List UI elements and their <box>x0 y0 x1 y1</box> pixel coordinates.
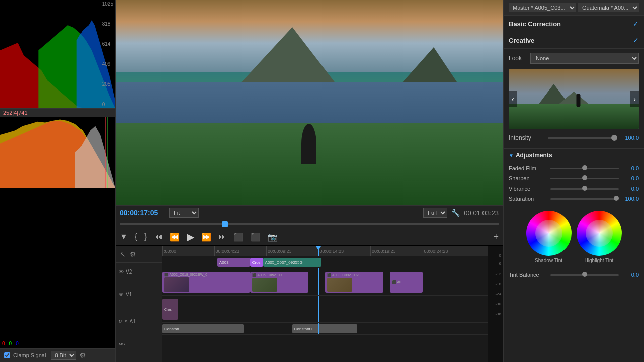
vibrance-row: Vibrance 0.0 <box>509 186 639 192</box>
tl-clip-a0-last[interactable]: ⬛ A0 <box>390 272 423 293</box>
intensity-value: 100.0 <box>621 135 639 141</box>
progress-bar[interactable] <box>116 220 503 228</box>
tl-clip-a003-v1[interactable]: ⬛ A003_C092_0923 <box>325 272 383 293</box>
intensity-thumb[interactable] <box>611 135 617 141</box>
clamp-checkbox[interactable] <box>4 352 10 358</box>
shadow-tint-container: Shadow Tint <box>526 211 572 263</box>
progress-thumb[interactable] <box>222 221 228 227</box>
scope-label-614: 614 <box>102 41 113 47</box>
tl-clip-a002[interactable]: ⬛ A002_C018_0922BW_0 <box>162 272 250 293</box>
track-a1-s[interactable]: S <box>125 319 128 324</box>
look-select[interactable]: None <box>530 53 639 64</box>
go-to-out-button[interactable]: ⏭ <box>218 232 226 241</box>
meter-18: -18 <box>495 282 501 286</box>
ruler-playhead <box>318 246 319 256</box>
play-button[interactable]: ▶ <box>187 231 194 243</box>
ruler-mark-1: 00:00:04:23 <box>214 246 240 256</box>
settings-icon[interactable]: 🔧 <box>451 209 460 217</box>
intensity-slider[interactable] <box>548 137 617 139</box>
ruler-mark-5: 00:00:24:23 <box>423 246 448 256</box>
tl-clip-a005-v1[interactable]: ⬛ A005_C052_09 <box>250 272 308 293</box>
tl-clip-a005[interactable]: A005_C037_09255G <box>263 258 321 267</box>
track-const-label: MS <box>119 342 125 346</box>
tint-balance-thumb[interactable] <box>582 272 587 277</box>
bit-select[interactable]: 8 Bit <box>51 351 76 360</box>
const-clip-1[interactable]: Constan <box>162 324 244 333</box>
scope-label-818: 818 <box>102 21 113 27</box>
faded-film-thumb[interactable] <box>582 165 587 170</box>
svg-rect-12 <box>576 94 580 107</box>
highlight-tint-wheel[interactable] <box>577 211 622 256</box>
look-prev-button[interactable]: ‹ <box>509 91 517 107</box>
step-back-button[interactable]: ⏪ <box>170 232 180 242</box>
scope-wrench-icon[interactable]: ⚙ <box>79 351 86 359</box>
lumetri-header: Master * A005_C03... Guatemala * A00... <box>504 0 644 16</box>
sharpen-thumb[interactable] <box>582 175 587 180</box>
saturation-value: 100.0 <box>623 196 639 202</box>
v2-track: A003 Cros A005_C037_09255G <box>162 256 488 268</box>
tl-clip-cross[interactable]: Cros <box>250 258 263 267</box>
tl-clip-a003[interactable]: A003 <box>217 258 250 267</box>
vibrance-thumb[interactable] <box>582 186 587 191</box>
timeline-tool-wrench[interactable]: ⚙ <box>130 250 136 258</box>
insert-button[interactable]: ⬛ <box>233 232 244 242</box>
add-button[interactable]: + <box>493 232 499 242</box>
track-v2-eye[interactable]: 👁 <box>119 269 124 275</box>
look-preview-image <box>509 69 639 129</box>
track-a1-m[interactable]: M <box>119 319 123 324</box>
mark-in-button[interactable]: ▼ <box>120 232 128 241</box>
end-timecode: 00:01:03:23 <box>464 209 499 217</box>
fit-select[interactable]: Fit 25% 50% 100% <box>169 208 199 218</box>
mark-in-set-button[interactable]: { <box>135 232 137 241</box>
sharpen-value: 0.0 <box>623 175 639 182</box>
const-clip-2[interactable]: Constant F <box>292 324 357 333</box>
tint-balance-value: 0.0 <box>623 272 639 278</box>
scope-label-0: 0 <box>102 102 113 107</box>
scope-rgb-values: 252|4|741 <box>3 110 28 116</box>
adjustments-header[interactable]: ▼ Adjustments <box>509 149 639 162</box>
timeline-tool-arrow[interactable]: ↖ <box>120 250 126 258</box>
saturation-row: Saturation 100.0 <box>509 196 639 202</box>
ruler-mark-0: :00:00 <box>162 246 176 256</box>
go-to-in-button[interactable]: ⏮ <box>154 232 163 241</box>
scope-g-val: 0 <box>9 341 12 346</box>
intensity-row: Intensity 100.0 <box>509 134 639 141</box>
track-a1-label: A1 <box>130 319 136 324</box>
meter-30: -30 <box>495 302 501 306</box>
adjustments-title: Adjustments <box>516 152 552 159</box>
vibrance-slider[interactable] <box>550 188 619 190</box>
sharpen-slider[interactable] <box>550 178 619 179</box>
creative-section-header[interactable]: Creative ✓ <box>504 32 644 49</box>
creative-check: ✓ <box>633 36 639 44</box>
timeline-main: :00:00 00:00:04:23 00:00:09:23 00:00:14:… <box>162 246 488 362</box>
saturation-thumb[interactable] <box>614 196 619 201</box>
meter-0: 0 <box>499 253 501 258</box>
track-v1-eye[interactable]: 👁 <box>119 292 124 297</box>
ruler-mark-3: 00:00:14:23 <box>318 246 344 256</box>
look-next-button[interactable]: › <box>630 91 639 107</box>
faded-film-value: 0.0 <box>623 165 639 171</box>
saturation-slider[interactable] <box>550 198 619 200</box>
v1-track: ⬛ A002_C018_0922BW_0 ⬛ A005_C052_09 <box>162 268 488 296</box>
location-dropdown[interactable]: Guatemala * A00... <box>578 3 639 12</box>
step-forward-button[interactable]: ⏩ <box>201 232 211 242</box>
timeline-tracks: A003 Cros A005_C037_09255G ⬛ <box>162 256 488 362</box>
tint-balance-slider[interactable] <box>550 274 619 276</box>
shadow-tint-wheel[interactable] <box>526 211 572 256</box>
faded-film-slider[interactable] <box>550 168 619 169</box>
tl-clip-cros-audio[interactable]: Cros <box>162 299 178 320</box>
basic-correction-title: Basic Correction <box>509 20 561 28</box>
overwrite-button[interactable]: ⬛ <box>251 232 261 242</box>
timeline-left-panel: ↖ ⚙ 👁 V2 👁 V1 M <box>116 246 162 362</box>
progress-track[interactable] <box>120 223 499 225</box>
look-label: Look <box>509 55 526 62</box>
scope-y-labels: 1025 818 614 409 205 0 <box>102 0 113 108</box>
export-frame-button[interactable]: 📷 <box>268 232 278 242</box>
scope-b-val: 0 <box>16 341 19 346</box>
basic-correction-section[interactable]: Basic Correction ✓ <box>504 16 644 32</box>
scope-label-205: 205 <box>102 81 113 87</box>
master-dropdown[interactable]: Master * A005_C03... <box>509 3 576 12</box>
mark-out-set-button[interactable]: } <box>144 232 147 241</box>
quality-select[interactable]: Full 1/2 1/4 <box>423 208 447 218</box>
faded-film-label: Faded Film <box>509 165 546 171</box>
